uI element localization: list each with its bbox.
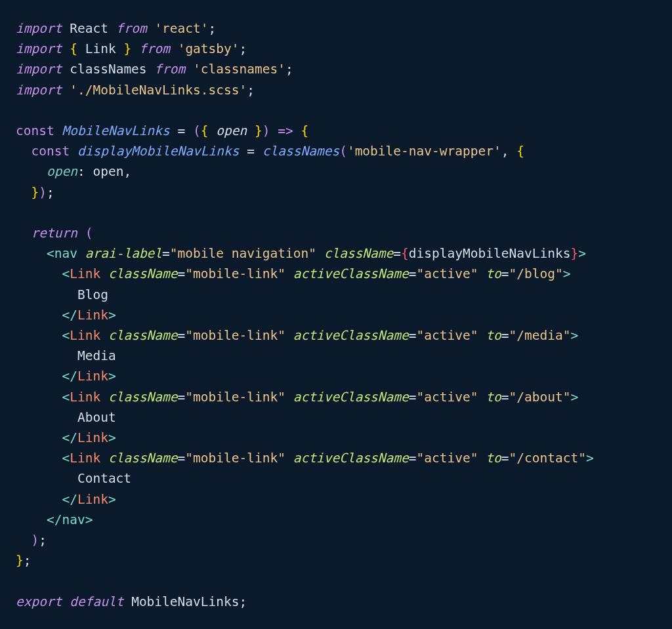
code-line: export default MobileNavLinks; xyxy=(16,594,247,609)
code-editor[interactable]: import React from 'react'; import { Link… xyxy=(0,0,672,629)
code-line: </Link> xyxy=(16,492,116,507)
code-line: <Link className="mobile-link" activeClas… xyxy=(16,451,594,466)
code-line: const MobileNavLinks = ({ open }) => { xyxy=(16,123,308,138)
code-line: Media xyxy=(16,348,116,363)
code-line: Contact xyxy=(16,471,131,486)
code-line: }); xyxy=(16,185,54,200)
code-line: }; xyxy=(16,553,32,568)
code-line: import React from 'react'; xyxy=(16,21,216,36)
code-line: About xyxy=(16,410,116,425)
code-line: <Link className="mobile-link" activeClas… xyxy=(16,266,570,281)
code-line: </nav> xyxy=(16,512,93,527)
code-line: return ( xyxy=(16,226,93,241)
code-line: import { Link } from 'gatsby'; xyxy=(16,41,247,56)
code-line: <Link className="mobile-link" activeClas… xyxy=(16,390,578,405)
code-line: ); xyxy=(16,533,47,548)
code-line: <Link className="mobile-link" activeClas… xyxy=(16,328,578,343)
code-line: </Link> xyxy=(16,369,116,384)
code-line: import classNames from 'classnames'; xyxy=(16,62,293,77)
code-line: </Link> xyxy=(16,308,116,323)
code-line: <nav arai-label="mobile navigation" clas… xyxy=(16,246,586,261)
code-line: import './MobileNavLinks.scss'; xyxy=(16,83,255,98)
code-line: </Link> xyxy=(16,430,116,445)
code-line: Blog xyxy=(16,287,108,302)
code-line: open: open, xyxy=(16,164,131,179)
code-line: const displayMobileNavLinks = classNames… xyxy=(16,144,524,159)
